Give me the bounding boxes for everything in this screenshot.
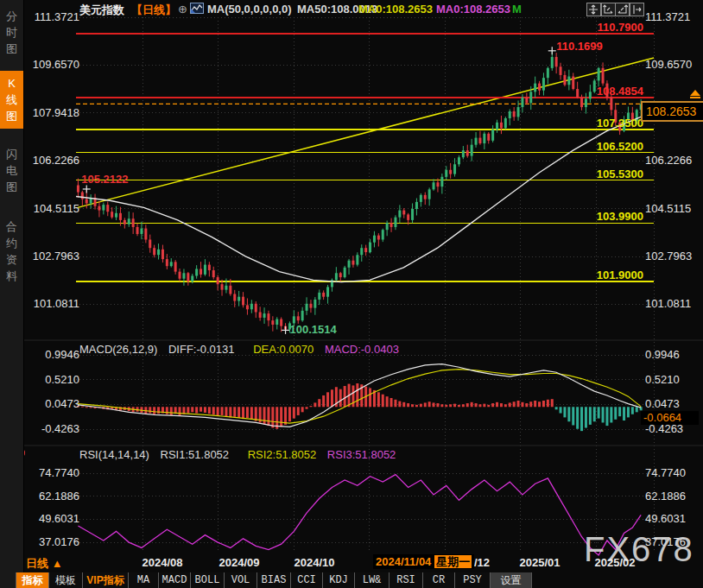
ma0-value-yellow: MA0:108.2653 [358,3,433,16]
support-level-label: 105.5300 [531,168,643,180]
main-y-tick-right: 101.0811 [645,297,691,310]
x-axis-date-label: 2025/02 [595,556,636,569]
support-level-label: 106.5200 [531,140,643,153]
macd-value-box: -0.0664 [641,411,699,425]
main-y-tick-left: 111.3721 [26,10,79,23]
main-y-tick-left: 104.5115 [26,202,79,215]
indicator-ma[interactable]: MA [129,572,159,588]
rsi2-value: RSI2:51.8052 [248,448,317,461]
indicator-psy[interactable]: PSY [455,572,491,588]
main-y-tick-right: 106.2266 [645,154,692,167]
rsi-y-tick-left: 49.6031 [26,512,79,525]
macd-y-tick-left: -0.4263 [26,422,79,435]
sidebar-item-contract-info[interactable]: 合约资料 [0,214,23,288]
expand-icon[interactable]: ⊕ [178,3,187,16]
support-level-label: 103.9900 [531,210,643,223]
support-level-label: 101.9000 [531,269,643,281]
main-y-tick-right: 102.7963 [645,250,692,262]
macd-osc-value: MACD:-0.0403 [325,343,399,356]
toolbar-tab-indicators[interactable]: 指标 [16,572,49,588]
axis-scale-left-icon[interactable] [601,3,616,16]
sidebar-item-time-chart[interactable]: 分时图 [0,3,23,61]
trading-app-window: 分时图K线图闪电图合约资料 美元指数 【日线】 ⊕ MA(50,0,0,0,0,… [0,0,703,588]
period-tag: 【日线】 [131,3,176,18]
rsi-y-tick-right: 49.6031 [645,512,686,525]
sidebar-item-flash-chart[interactable]: 闪电图 [0,142,23,199]
rsi-header: RSI(14,14,14) RSI1:51.8052 RSI2:51.8052 … [79,448,403,461]
price-marker-bar [690,97,700,98]
resistance-level-label: 108.4854 [531,85,643,98]
indicator-cr[interactable]: CR [423,572,455,588]
main-y-tick-right: 111.3721 [645,10,690,23]
ma-extra: M [512,3,522,16]
rsi-y-tick-right: 62.1886 [645,490,686,503]
price-annotation: 100.1514 [290,323,337,336]
crosshair-date-box: 2024/11/04星期一 [373,554,474,569]
rsi-formula: RSI(14,14,14) RSI1:51.8052 [79,448,237,461]
rsi-y-tick-left: 37.0176 [26,535,79,548]
date-label-partial: /12 [474,556,490,569]
price-annotation: 105.2122 [81,173,128,186]
sidebar-item-label: K线图 [6,75,18,124]
rsi-y-tick-left: 74.7740 [26,466,79,479]
sidebar-item-label: 分时图 [6,8,18,57]
main-y-tick-left: 101.0811 [26,297,79,310]
macd-dea-value: DEA:0.0070 [253,343,314,356]
price-marker-arrow-icon[interactable] [690,90,700,96]
symbol-title: 美元指数 [79,3,124,18]
sidebar-item-kline-chart[interactable]: K线图 [0,71,23,129]
price-annotation: 110.1699 [556,40,603,53]
ma0-value-magenta: MA0:108.2653 [436,3,510,16]
main-y-tick-left: 106.2266 [26,154,79,167]
indicator-bias[interactable]: BIAS [257,572,291,588]
macd-y-tick-right: 0.9946 [645,348,680,361]
indicator-vol[interactable]: VOL [225,572,257,588]
main-y-tick-right: 104.5115 [645,202,691,215]
macd-formula: MACD(26,12,9) DIFF:-0.0131 [79,343,243,356]
pane-shift-icon[interactable] [630,3,644,16]
macd-header: MACD(26,12,9) DIFF:-0.0131 DEA:0.0070 MA… [79,343,407,356]
rsi-y-tick-right: 74.7740 [645,466,686,479]
sidebar-item-label: 闪电图 [6,146,18,195]
macd-y-tick-right: 0.5210 [645,373,680,386]
indicator-rsi[interactable]: RSI [390,572,423,588]
main-y-tick-right: 109.6570 [645,58,692,71]
main-y-tick-left: 107.9418 [26,106,79,119]
macd-y-tick-left: 0.0473 [26,397,79,410]
sidebar: 分时图K线图闪电图合约资料 [0,0,24,588]
main-y-tick-left: 109.6570 [26,58,79,71]
macd-y-tick-left: 0.5210 [26,373,79,386]
indicator-macd[interactable]: MACD [159,572,191,588]
last-price-box: 108.2653 [641,101,703,122]
rsi3-value: RSI3:51.8052 [327,448,396,461]
x-axis-date-label: 2024/10 [294,556,335,569]
main-y-tick-left: 102.7963 [26,250,79,262]
resistance-level-label: 110.7900 [531,21,643,34]
indicator-boll[interactable]: BOLL [191,572,225,588]
ma-formula: MA(50,0,0,0,0,0) [207,3,292,16]
sidebar-item-label: 合约资料 [6,218,18,284]
pan-icon[interactable] [586,3,601,16]
bottom-toolbar: 指标模板VIP指标MAMACDBOLLVOLBIASCCIKDJLW&RSICR… [16,572,532,588]
toolbar-tab-vip-indicators[interactable]: VIP指标 [83,572,129,588]
indicator-lw[interactable]: LW& [355,572,390,588]
macd-y-tick-left: 0.9946 [26,348,79,361]
indicator-kdj[interactable]: KDJ [323,572,355,588]
period-selector[interactable]: 日线 ▲ [26,556,63,572]
x-axis-date-label: 2024/09 [219,556,260,569]
x-axis-date-label: 2024/08 [142,556,183,569]
rsi-y-tick-left: 62.1886 [26,490,79,503]
up-triangle-icon: ▲ [52,557,63,570]
indicator-cci[interactable]: CCI [291,572,323,588]
toolbar-tab-templates[interactable]: 模板 [49,572,83,588]
axis-scale-right-icon[interactable] [615,3,630,16]
support-level-label: 107.3500 [531,117,643,130]
macd-y-tick-right: 0.0473 [645,397,680,410]
x-axis-date-label: 2025/01 [520,556,560,569]
settings-button[interactable]: 设置 [491,572,532,588]
weekday-chip: 星期一 [434,555,472,568]
